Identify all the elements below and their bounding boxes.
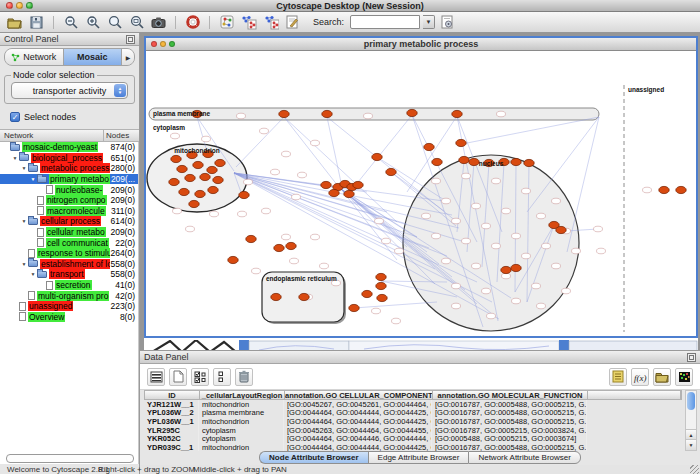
network-node[interactable] (179, 188, 189, 195)
table-row[interactable]: YPL036W__2plasma membrane[GO:0044464, GO… (144, 409, 682, 418)
network-node[interactable] (377, 294, 387, 301)
network-canvas[interactable]: plasma membranecytoplasmmitochondrionnuc… (146, 51, 696, 336)
network-node[interactable] (298, 172, 307, 178)
tree-row[interactable]: macromolecule311(0) (0, 206, 138, 217)
network-node[interactable] (169, 178, 179, 185)
expand-arrow-icon[interactable]: ▼ (20, 165, 28, 171)
zoom-selected-icon[interactable] (127, 14, 146, 31)
network-node[interactable] (537, 303, 546, 309)
resize-grip[interactable] (690, 465, 699, 474)
network-node[interactable] (282, 234, 291, 240)
expand-arrow-icon[interactable]: ▼ (11, 155, 19, 161)
network-node[interactable] (329, 189, 339, 196)
network-node[interactable] (472, 263, 481, 269)
network-node[interactable] (432, 233, 441, 239)
frame-close-button[interactable] (151, 41, 157, 47)
zoom-in-icon[interactable] (83, 14, 102, 31)
zoom-out-icon[interactable] (61, 14, 80, 31)
network-node[interactable] (492, 178, 501, 184)
delete-attribute-icon[interactable] (235, 368, 253, 386)
expand-arrow-icon[interactable]: ▼ (29, 176, 37, 182)
network-node[interactable] (572, 248, 581, 254)
network-node[interactable] (173, 208, 182, 214)
search-dropdown-icon[interactable]: ▼ (423, 15, 435, 29)
network-node[interactable] (452, 283, 461, 289)
network-node[interactable] (311, 140, 320, 146)
network-node[interactable] (432, 178, 441, 184)
network-node[interactable] (322, 110, 332, 117)
network-node[interactable] (376, 273, 386, 280)
network-node[interactable] (522, 188, 531, 194)
network-node[interactable] (469, 158, 479, 165)
network-node[interactable] (532, 283, 541, 289)
network-node[interactable] (556, 226, 566, 233)
network-node[interactable] (193, 161, 203, 168)
zoom-fit-icon[interactable] (105, 14, 124, 31)
float-panel-icon[interactable] (687, 353, 696, 362)
tree-row[interactable]: Overview8(0) (0, 312, 138, 323)
network-node[interactable] (462, 238, 471, 244)
scrollbar-thumb[interactable] (687, 392, 695, 410)
tree-row[interactable]: mosaic-demo-yeast874(0) (0, 142, 138, 153)
network-node[interactable] (562, 288, 571, 294)
tree-row[interactable]: ▼transport558(0) (0, 269, 138, 280)
network-node[interactable] (487, 313, 496, 319)
network-node[interactable] (676, 186, 686, 193)
network-node[interactable] (286, 242, 296, 249)
expand-arrow-icon[interactable]: ▼ (20, 261, 28, 267)
network-node[interactable] (185, 174, 195, 181)
network-node[interactable] (424, 143, 434, 150)
network-node[interactable] (643, 187, 652, 193)
network-node[interactable] (171, 133, 180, 139)
network-node[interactable] (462, 173, 471, 179)
network-node[interactable] (511, 158, 521, 165)
network-node[interactable] (246, 235, 256, 242)
network-node[interactable] (382, 238, 391, 244)
network-node[interactable] (537, 213, 546, 219)
scroll-down-icon[interactable]: ▼ (686, 439, 696, 450)
network-node[interactable] (501, 266, 511, 273)
network-node[interactable] (502, 208, 511, 214)
network-node[interactable] (290, 258, 299, 264)
tree-row[interactable]: ▼metabolic process280(0) (0, 163, 138, 174)
expand-arrow-icon[interactable]: ▼ (29, 271, 37, 277)
network-node[interactable] (372, 308, 381, 314)
network-node[interactable] (362, 290, 372, 297)
network-node[interactable] (432, 158, 442, 165)
help-icon[interactable] (183, 14, 202, 31)
save-icon[interactable] (27, 14, 46, 31)
network-node[interactable] (512, 233, 521, 239)
unselect-attributes-icon[interactable] (213, 368, 231, 386)
network-node[interactable] (321, 181, 331, 188)
network-node[interactable] (407, 109, 417, 116)
network-node[interactable] (238, 211, 247, 217)
network-node[interactable] (195, 190, 205, 197)
network-node[interactable] (395, 248, 404, 254)
frame-minimize-button[interactable] (160, 41, 166, 47)
network-node[interactable] (542, 243, 551, 249)
network-node[interactable] (497, 111, 506, 117)
network-node[interactable] (189, 200, 199, 207)
new-network-icon[interactable] (217, 14, 236, 31)
column-header[interactable]: ID (145, 391, 200, 399)
open-icon[interactable] (5, 14, 24, 31)
tab-network[interactable]: Network (5, 49, 64, 65)
network-node[interactable] (344, 190, 354, 197)
network-node[interactable] (452, 218, 461, 224)
table-row[interactable]: YKR052Ccytoplasm[GO:0044464, GO:0044446,… (144, 434, 682, 443)
network-node[interactable] (186, 226, 195, 232)
network-node[interactable] (274, 244, 284, 251)
annotation-icon[interactable] (283, 14, 302, 31)
new-attribute-icon[interactable] (169, 368, 187, 386)
network-node[interactable] (512, 298, 521, 304)
float-panel-icon[interactable] (126, 35, 135, 44)
network-node[interactable] (597, 248, 606, 254)
table-row[interactable]: YPL036W__1mitochondrion[GO:0044464, GO:0… (144, 417, 682, 426)
select-attributes-icon[interactable] (191, 368, 209, 386)
network-node[interactable] (177, 165, 187, 172)
table-row[interactable]: YLR295Ccytoplasm[GO:0045263, GO:0044464,… (144, 426, 682, 435)
network-node[interactable] (372, 153, 382, 160)
tree-row[interactable]: cellular metabo209(0) (0, 227, 138, 238)
attribute-table-icon[interactable] (147, 368, 165, 386)
search-input[interactable] (350, 15, 420, 29)
